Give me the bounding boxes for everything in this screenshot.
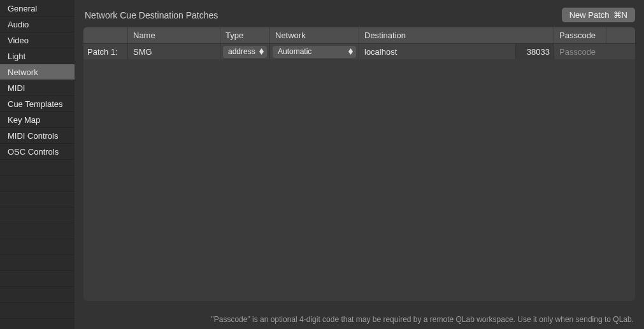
network-select-value: Automatic [278, 47, 311, 56]
sidebar-item-empty [0, 176, 75, 192]
th-name: Name [128, 27, 220, 43]
row-actions [606, 44, 635, 59]
th-type: Type [220, 27, 270, 43]
sidebar-item-audio[interactable]: Audio [0, 17, 75, 32]
sidebar-item-empty [0, 239, 75, 255]
type-select[interactable]: address [223, 46, 267, 58]
sidebar-item-midi[interactable]: MIDI [0, 80, 75, 96]
sidebar-item-empty [0, 207, 75, 223]
new-patch-label: New Patch [569, 10, 610, 20]
sidebar-item-label: MIDI [8, 83, 25, 93]
new-patch-shortcut: ⌘N [613, 10, 627, 20]
patch-name-cell[interactable]: SMG [128, 44, 220, 59]
table-row: Patch 1: SMG address Automatic [83, 43, 635, 59]
port-value: 38033 [527, 47, 550, 57]
sidebar-item-label: OSC Controls [8, 147, 59, 157]
patch-type-cell: address [220, 44, 270, 59]
sidebar-item-label: General [8, 4, 37, 13]
sidebar-item-label: MIDI Controls [8, 131, 58, 141]
footer-hint: "Passcode" is an optional 4-digit code t… [211, 315, 634, 324]
destination-value: localhost [364, 47, 397, 57]
sidebar-item-label: Cue Templates [8, 99, 62, 109]
th-network: Network [270, 27, 359, 43]
passcode-placeholder: Passcode [559, 47, 596, 57]
th-index [83, 27, 128, 43]
patch-index: Patch 1: [83, 44, 128, 59]
sidebar-item-empty [0, 303, 75, 319]
sidebar-item-label: Light [8, 52, 25, 61]
sidebar-item-empty [0, 223, 75, 239]
new-patch-button[interactable]: New Patch ⌘N [562, 8, 635, 22]
sidebar-item-light[interactable]: Light [0, 48, 75, 64]
th-passcode: Passcode [554, 27, 606, 43]
sidebar-item-label: Key Map [8, 115, 40, 125]
passcode-cell[interactable]: Passcode [554, 44, 606, 59]
sidebar-item-network[interactable]: Network [0, 64, 75, 80]
patch-name: SMG [133, 47, 152, 57]
sidebar-item-label: Audio [8, 20, 29, 29]
chevron-updown-icon [258, 48, 264, 55]
main-panel: Network Cue Destination Patches New Patc… [75, 0, 644, 329]
th-last [606, 27, 635, 43]
port-cell[interactable]: 38033 [516, 44, 554, 59]
table-header: Name Type Network Destination Passcode [83, 27, 635, 43]
destination-cell[interactable]: localhost [359, 44, 516, 59]
svg-marker-3 [348, 52, 353, 55]
sidebar-item-empty [0, 255, 75, 271]
chevron-updown-icon [347, 48, 354, 55]
svg-marker-1 [259, 52, 264, 55]
patches-table: Name Type Network Destination Passcode P… [83, 27, 635, 301]
sidebar-item-midi-controls[interactable]: MIDI Controls [0, 128, 75, 144]
sidebar-item-empty [0, 287, 75, 303]
network-select[interactable]: Automatic [273, 46, 356, 58]
sidebar-item-label: Video [8, 36, 29, 45]
sidebar-item-cue-templates[interactable]: Cue Templates [0, 96, 75, 112]
sidebar-item-key-map[interactable]: Key Map [0, 112, 75, 128]
type-select-value: address [228, 47, 255, 56]
th-destination: Destination [359, 27, 554, 43]
sidebar-item-general[interactable]: General [0, 1, 75, 17]
sidebar-item-osc-controls[interactable]: OSC Controls [0, 144, 75, 160]
sidebar: General Audio Video Light Network MIDI C… [0, 0, 75, 329]
sidebar-item-empty [0, 271, 75, 287]
sidebar-item-video[interactable]: Video [0, 32, 75, 48]
patch-network-cell: Automatic [270, 44, 359, 59]
sidebar-item-label: Network [8, 67, 38, 77]
page-title: Network Cue Destination Patches [85, 10, 218, 20]
sidebar-item-empty [0, 160, 75, 176]
sidebar-item-empty [0, 192, 75, 207]
